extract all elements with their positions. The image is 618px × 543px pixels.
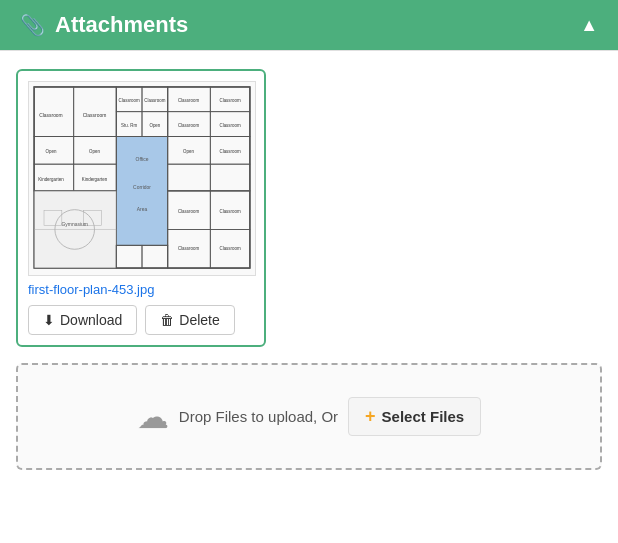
svg-text:Classroom: Classroom [144,98,166,103]
trash-icon: 🗑 [160,312,174,328]
svg-rect-2 [116,136,167,245]
delete-label: Delete [179,312,219,328]
svg-text:Open: Open [183,149,194,154]
attachments-header: 📎 Attachments ▲ [0,0,618,50]
svg-text:Classroom: Classroom [178,209,200,214]
header-left: 📎 Attachments [20,12,188,38]
svg-text:Classroom: Classroom [119,98,141,103]
svg-text:Classroom: Classroom [219,209,241,214]
upload-row: ☁ Drop Files to upload, Or + Select File… [137,397,481,436]
svg-text:Open: Open [46,149,57,154]
svg-text:Classroom: Classroom [178,98,200,103]
plus-icon: + [365,406,376,427]
select-files-button[interactable]: + Select Files [348,397,481,436]
svg-text:Classroom: Classroom [219,123,241,128]
svg-text:Classroom: Classroom [178,246,200,251]
svg-text:Gymnasium: Gymnasium [62,222,88,227]
file-link[interactable]: first-floor-plan-453.jpg [28,282,254,297]
delete-button[interactable]: 🗑 Delete [145,305,234,335]
paperclip-icon: 📎 [20,13,45,37]
floor-plan-thumbnail: Classroom Classroom Classroom Classroom … [28,81,256,276]
svg-text:Kindergarten: Kindergarten [38,177,64,182]
svg-text:Stu. Rm: Stu. Rm [121,123,137,128]
svg-text:Area: Area [137,207,148,212]
svg-text:Classroom: Classroom [83,113,107,118]
upload-zone: ☁ Drop Files to upload, Or + Select File… [16,363,602,470]
page-title: Attachments [55,12,188,38]
svg-text:Classroom: Classroom [219,98,241,103]
svg-text:Open: Open [149,123,160,128]
download-button[interactable]: ⬇ Download [28,305,137,335]
drop-files-text: Drop Files to upload, Or [179,408,338,425]
svg-text:Corridor: Corridor [133,185,151,190]
svg-text:Open: Open [89,149,100,154]
svg-text:Classroom: Classroom [178,123,200,128]
svg-text:Classroom: Classroom [219,246,241,251]
download-icon: ⬇ [43,312,55,328]
upload-cloud-icon: ☁ [137,398,169,436]
collapse-icon[interactable]: ▲ [580,15,598,36]
attachment-card: Classroom Classroom Classroom Classroom … [16,69,266,347]
card-actions: ⬇ Download 🗑 Delete [28,305,254,335]
svg-text:Classroom: Classroom [219,149,241,154]
svg-text:Office: Office [136,157,149,162]
svg-text:Classroom: Classroom [39,113,63,118]
select-files-label: Select Files [382,408,465,425]
svg-text:Kindergarten: Kindergarten [82,177,108,182]
download-label: Download [60,312,122,328]
main-content: Classroom Classroom Classroom Classroom … [0,51,618,490]
